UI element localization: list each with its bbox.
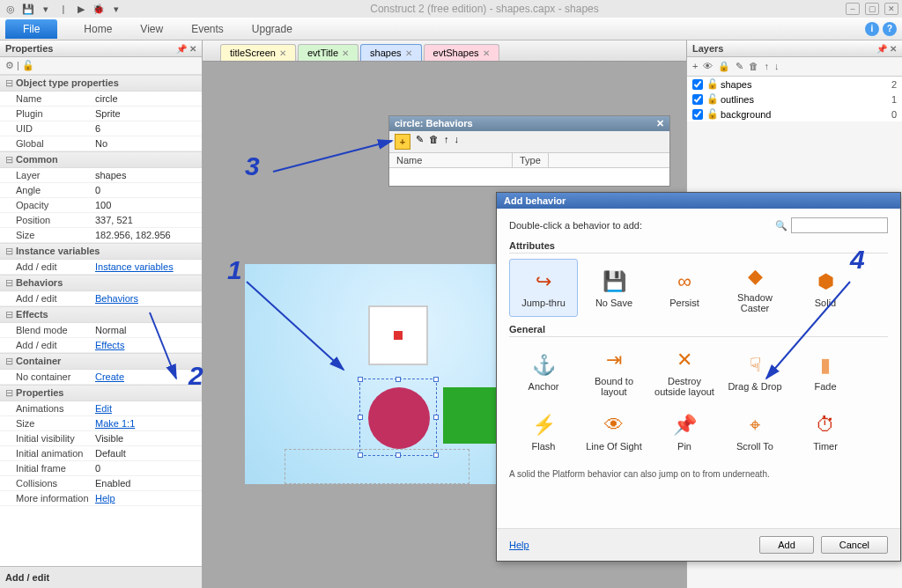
up-icon[interactable]: ↑ — [444, 134, 449, 150]
close-tab-icon[interactable]: ✕ — [279, 48, 286, 58]
pin-icon[interactable]: 📌 ✕ — [876, 44, 897, 54]
shape-white-square[interactable] — [368, 305, 428, 365]
instance-vars-link[interactable]: Instance variables — [95, 261, 174, 272]
down-icon[interactable]: ↓ — [455, 134, 460, 150]
lock-icon[interactable]: 🔓 — [706, 93, 717, 105]
behavior-destroy-outside-layout[interactable]: ✕Destroy outside layout — [650, 342, 719, 401]
behavior-bound-to-layout[interactable]: ⇥Bound to layout — [580, 342, 648, 401]
run-icon[interactable]: ▶ — [74, 2, 88, 16]
behavior-description: A solid the Platform behavior can also j… — [509, 469, 888, 479]
layer-visible-checkbox[interactable] — [692, 94, 703, 105]
behavior-timer[interactable]: ⏱Timer — [791, 402, 860, 460]
ribbon-tab-view[interactable]: View — [126, 23, 177, 35]
title-bar: ◎ 💾 ▾ | ▶ 🐞 ▾ Construct 2 (free edition)… — [0, 0, 902, 18]
maximize-button[interactable]: ▢ — [865, 3, 879, 15]
behavior-jump-thru[interactable]: ↪Jump-thru — [509, 259, 578, 317]
behavior-drag-drop[interactable]: ☟Drag & Drop — [721, 342, 789, 401]
section-behaviors[interactable]: Behaviors — [0, 275, 202, 291]
edit-icon[interactable]: ✎ — [416, 134, 424, 150]
behavior-scroll-to[interactable]: ⌖Scroll To — [721, 402, 789, 460]
layer-row[interactable]: 🔓shapes2 — [687, 77, 902, 92]
edit-icon[interactable]: ✎ — [736, 61, 743, 72]
behavior-flash[interactable]: ⚡Flash — [509, 402, 578, 460]
prop-name[interactable]: circle — [95, 93, 118, 104]
delete-icon[interactable]: 🗑 — [429, 134, 439, 150]
lock-icon[interactable]: 🔒 — [718, 61, 730, 72]
close-tab-icon[interactable]: ✕ — [342, 48, 349, 58]
add-behavior-dialog: Add behavior Double-click a behavior to … — [496, 192, 901, 562]
eye-icon[interactable]: 👁 — [703, 61, 713, 72]
section-instance-vars[interactable]: Instance variables — [0, 243, 202, 260]
delete-icon[interactable]: 🗑 — [749, 61, 758, 72]
close-button[interactable]: ✕ — [884, 3, 898, 15]
close-icon[interactable]: ✕ — [656, 118, 664, 129]
col-type[interactable]: Type — [513, 153, 549, 167]
up-icon[interactable]: ↑ — [764, 61, 769, 72]
create-container-link[interactable]: Create — [95, 371, 124, 382]
more-info-help-link[interactable]: Help — [95, 493, 115, 503]
behavior-no-save[interactable]: 💾No Save — [580, 259, 648, 317]
file-menu[interactable]: File — [5, 19, 57, 39]
save-icon[interactable]: 💾 — [21, 2, 35, 16]
props-footer: Add / edit — [0, 566, 202, 588]
add-layer-icon[interactable]: + — [692, 61, 698, 72]
add-behavior-title: Add behavior — [497, 193, 900, 209]
behaviors-dialog: circle: Behaviors✕ + ✎ 🗑 ↑ ↓ Name Type — [388, 115, 670, 187]
layer-row[interactable]: 🔓background0 — [687, 107, 902, 121]
window-title: Construct 2 (free edition) - shapes.capx… — [123, 3, 846, 15]
make-1-1-link[interactable]: Make 1:1 — [95, 418, 135, 429]
ribbon-tab-home[interactable]: Home — [70, 23, 126, 35]
pin-icon[interactable]: 📌 ✕ — [176, 44, 196, 54]
section-common[interactable]: Common — [0, 151, 202, 168]
lock-icon[interactable]: 🔓 — [706, 78, 717, 90]
shape-circle-selected[interactable] — [359, 379, 437, 456]
section-object-type[interactable]: Object type properties — [0, 75, 202, 92]
doctab-shapes[interactable]: shapes✕ — [360, 44, 421, 61]
minimize-button[interactable]: – — [846, 3, 860, 15]
ribbon: File Home View Events Upgrade i ? — [0, 18, 902, 40]
add-behavior-button[interactable]: + — [395, 134, 410, 150]
help-link[interactable]: Help — [509, 540, 529, 550]
effects-link[interactable]: Effects — [95, 340, 124, 350]
layers-title: Layers — [692, 43, 723, 54]
about-icon[interactable]: i — [865, 22, 879, 36]
down-icon[interactable]: ↓ — [774, 61, 780, 72]
section-effects[interactable]: Effects — [0, 306, 202, 323]
add-button[interactable]: Add — [759, 536, 814, 554]
qat-dropdown-icon[interactable]: ▾ — [109, 2, 123, 16]
help-icon[interactable]: ? — [883, 22, 897, 36]
search-icon[interactable]: 🔍 — [775, 220, 787, 232]
layer-row[interactable]: 🔓outlines1 — [687, 92, 902, 107]
layer-visible-checkbox[interactable] — [692, 109, 703, 120]
cancel-button[interactable]: Cancel — [821, 536, 888, 554]
layer-visible-checkbox[interactable] — [692, 79, 703, 90]
section-properties[interactable]: Properties — [0, 385, 202, 401]
behavior-shadow-caster[interactable]: ◆Shadow Caster — [721, 259, 789, 317]
close-tab-icon[interactable]: ✕ — [405, 48, 412, 58]
properties-title: Properties — [5, 43, 53, 54]
edit-animations-link[interactable]: Edit — [95, 403, 112, 414]
close-tab-icon[interactable]: ✕ — [483, 48, 490, 58]
doctab-evtTitle[interactable]: evtTitle✕ — [298, 44, 359, 61]
section-attributes: Attributes — [509, 240, 888, 254]
behavior-fade[interactable]: ▮Fade — [791, 342, 860, 401]
shape-green-square[interactable] — [443, 387, 499, 444]
lock-icon[interactable]: 🔓 — [706, 108, 717, 120]
behavior-persist[interactable]: ∞Persist — [650, 259, 719, 317]
doctab-evtShapes[interactable]: evtShapes✕ — [424, 44, 499, 61]
behavior-pin[interactable]: 📌Pin — [650, 402, 719, 460]
ribbon-tab-upgrade[interactable]: Upgrade — [238, 23, 307, 35]
document-tabs: titleScreen✕evtTitle✕shapes✕evtShapes✕ — [203, 40, 686, 62]
col-name[interactable]: Name — [389, 153, 513, 167]
divider: | — [56, 2, 70, 16]
annotation-2: 2 — [189, 361, 203, 391]
behaviors-link[interactable]: Behaviors — [95, 293, 138, 304]
debug-icon[interactable]: 🐞 — [92, 2, 106, 16]
behavior-anchor[interactable]: ⚓Anchor — [509, 342, 578, 401]
undo-dropdown-icon[interactable]: ▾ — [39, 2, 53, 16]
search-input[interactable] — [791, 217, 888, 233]
doctab-titleScreen[interactable]: titleScreen✕ — [220, 44, 296, 61]
behavior-line-of-sight[interactable]: 👁Line Of Sight — [580, 402, 648, 460]
ribbon-tab-events[interactable]: Events — [177, 23, 238, 35]
section-container[interactable]: Container — [0, 353, 202, 370]
